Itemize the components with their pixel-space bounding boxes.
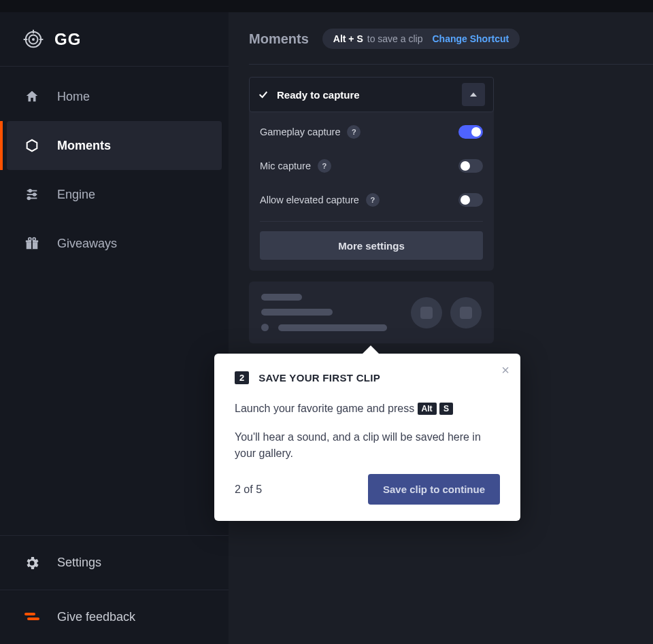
sidebar-item-label: Home [57, 90, 90, 104]
brand-name: GG [54, 30, 81, 49]
shortcut-desc: to save a clip [367, 33, 423, 44]
skeleton-action-placeholder [450, 297, 482, 328]
popover-progress: 2 of 5 [235, 484, 262, 496]
capture-panel: Ready to capture Gameplay capture ? [249, 77, 494, 271]
steelseries-logo-icon [23, 29, 44, 50]
main: Moments Alt + S to save a clip Change Sh… [229, 12, 653, 644]
more-settings-label: More settings [338, 240, 405, 252]
feedback-icon [23, 611, 41, 624]
elevated-capture-toggle[interactable] [458, 193, 483, 207]
elevated-capture-row: Allow elevated capture ? [260, 183, 483, 217]
gameplay-capture-row: Gameplay capture ? [260, 115, 483, 149]
page-title: Moments [249, 31, 309, 47]
svg-point-10 [33, 193, 36, 196]
skeleton-line [261, 294, 302, 301]
sidebar-item-home[interactable]: Home [7, 72, 222, 121]
help-icon[interactable]: ? [318, 159, 331, 173]
svg-point-8 [29, 190, 31, 192]
window-titlebar [0, 0, 653, 12]
brand: GG [0, 29, 229, 67]
svg-rect-15 [31, 240, 33, 249]
svg-point-2 [32, 38, 35, 41]
gameplay-capture-label: Gameplay capture [260, 126, 340, 137]
sidebar: GG Home Moments [0, 12, 229, 644]
sidebar-bottom: Settings Give feedback [0, 535, 229, 644]
skeleton-line [261, 309, 333, 316]
capture-panel-header[interactable]: Ready to capture [249, 77, 494, 112]
engine-icon [23, 187, 41, 202]
sidebar-item-giveaways[interactable]: Giveaways [7, 219, 222, 268]
shortcut-pill: Alt + S to save a clip Change Shortcut [322, 29, 520, 49]
popover-title: SAVE YOUR FIRST CLIP [258, 372, 380, 384]
mic-capture-toggle[interactable] [458, 159, 483, 173]
divider [260, 221, 483, 222]
gear-icon [23, 555, 41, 571]
svg-rect-18 [24, 613, 35, 615]
capture-status: Ready to capture [277, 89, 454, 101]
help-icon[interactable]: ? [347, 125, 361, 139]
onboarding-popover: × 2 SAVE YOUR FIRST CLIP Launch your fav… [214, 354, 520, 521]
svg-point-12 [28, 197, 31, 200]
gift-icon [23, 236, 41, 251]
popover-body: Launch your favorite game and press Alt … [235, 401, 500, 462]
svg-marker-6 [27, 140, 37, 152]
cta-label: Save clip to continue [383, 484, 485, 495]
svg-point-17 [33, 238, 35, 241]
close-icon: × [501, 362, 509, 377]
skeleton-line [278, 324, 387, 331]
mic-capture-row: Mic capture ? [260, 149, 483, 183]
step-badge: 2 [235, 371, 249, 384]
change-shortcut-link[interactable]: Change Shortcut [432, 33, 509, 44]
gameplay-capture-toggle[interactable] [458, 125, 483, 139]
shortcut-keys: Alt + S [333, 33, 363, 44]
clip-placeholder-card [249, 282, 494, 343]
sidebar-item-moments[interactable]: Moments [7, 121, 222, 170]
kbd-alt: Alt [418, 403, 437, 415]
sidebar-item-label: Moments [57, 139, 111, 153]
svg-marker-20 [470, 92, 477, 97]
collapse-button[interactable] [462, 83, 485, 106]
popover-line1: Launch your favorite game and press [235, 403, 418, 414]
page-header: Moments Alt + S to save a clip Change Sh… [249, 29, 653, 65]
home-icon [23, 89, 41, 104]
svg-point-16 [29, 238, 31, 241]
svg-rect-19 [27, 617, 39, 620]
skeleton-action-placeholder [411, 297, 442, 328]
help-icon[interactable]: ? [366, 193, 380, 207]
nav: Home Moments Engine [0, 72, 229, 268]
elevated-capture-label: Allow elevated capture [260, 194, 359, 205]
close-button[interactable]: × [501, 363, 509, 377]
sidebar-item-label: Giveaways [57, 237, 117, 251]
sidebar-item-label: Give feedback [57, 610, 135, 624]
popover-line2: You'll hear a sound, and a clip will be … [235, 429, 500, 462]
kbd-s: S [439, 403, 453, 415]
skeleton-dot [261, 324, 269, 331]
moments-icon [23, 138, 41, 153]
more-settings-button[interactable]: More settings [260, 231, 483, 260]
sidebar-item-label: Settings [57, 556, 101, 570]
sidebar-item-settings[interactable]: Settings [0, 535, 229, 590]
save-clip-cta-button[interactable]: Save clip to continue [368, 474, 500, 505]
check-icon [258, 89, 269, 100]
sidebar-item-feedback[interactable]: Give feedback [0, 590, 229, 644]
caret-up-icon [470, 92, 477, 97]
sidebar-item-label: Engine [57, 188, 95, 202]
sidebar-item-engine[interactable]: Engine [7, 170, 222, 219]
mic-capture-label: Mic capture [260, 160, 311, 171]
